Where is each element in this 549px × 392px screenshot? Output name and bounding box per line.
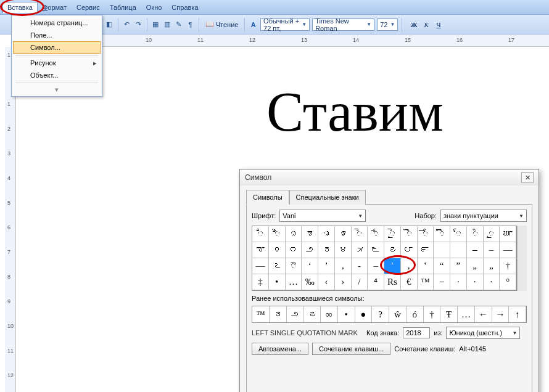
glyph-cell[interactable]: ™ (418, 274, 434, 290)
tab-symbols[interactable]: Символы (246, 190, 289, 205)
glyph-cell[interactable]: • (269, 274, 286, 290)
glyph-cell[interactable]: ° (500, 274, 516, 290)
glyph-cell[interactable]: · (467, 274, 484, 290)
glyph-cell[interactable]: ౄ (335, 226, 352, 242)
glyph-cell[interactable]: ి (252, 226, 269, 242)
glyph-cell[interactable]: ‘ (302, 258, 318, 274)
recent-cell[interactable]: ౨ (287, 306, 304, 322)
glyph-cell[interactable]: Rs (384, 274, 401, 290)
glyph-cell[interactable]: ‍ (450, 242, 467, 258)
recent-cell[interactable]: ŵ (389, 306, 407, 322)
glyph-cell[interactable]: „ (467, 258, 484, 274)
reading-mode-button[interactable]: 📖 Чтение (203, 20, 241, 28)
glyph-cell[interactable]: — (500, 242, 516, 258)
glyph-cell[interactable]: ‛ (418, 258, 434, 274)
dialog-titlebar[interactable]: Символ ✕ (240, 169, 539, 186)
shortcut-button[interactable]: Сочетание клавиш... (312, 343, 390, 355)
glyph-cell[interactable]: „ (484, 258, 500, 274)
glyph-cell[interactable]: ్ (450, 226, 467, 242)
table-icon[interactable]: ▦ (151, 18, 160, 31)
recent-cell[interactable]: ← (475, 306, 492, 322)
glyph-cell[interactable]: ” (450, 258, 467, 274)
glyph-cell[interactable]: ∙ (450, 274, 467, 290)
glyph-cell[interactable]: ‹ (318, 274, 335, 290)
glyph-cell[interactable]: ౫ (352, 242, 368, 258)
dd-picture[interactable]: Рисунок (13, 57, 101, 69)
recent-cell[interactable]: … (458, 306, 475, 322)
redo-icon[interactable]: ↷ (134, 18, 143, 31)
recent-cell[interactable]: ౭ (303, 306, 321, 322)
glyph-cell[interactable]: ౪ (335, 242, 352, 258)
dd-field[interactable]: Поле... (13, 29, 101, 41)
recent-cell[interactable]: ∞ (321, 306, 338, 322)
set-combo[interactable]: знаки пунктуации▼ (440, 210, 527, 222)
glyph-cell[interactable]: ీ (269, 226, 286, 242)
glyph-cell[interactable]: - (352, 258, 368, 274)
glyph-cell[interactable]: † (500, 258, 516, 274)
recent-cell[interactable]: → (492, 306, 510, 322)
recent-cell[interactable]: ౩ (270, 306, 287, 322)
glyph-cell[interactable]: ౩ (318, 242, 335, 258)
glyph-cell[interactable]: ు (286, 226, 302, 242)
glyph-cell[interactable]: ే (368, 226, 384, 242)
glyph-cell[interactable]: ౧ (286, 242, 302, 258)
glyph-cell[interactable]: ృ (318, 226, 335, 242)
glyph-cell[interactable]: ా (286, 258, 302, 274)
glyph-cell[interactable]: ‰ (302, 274, 318, 290)
close-icon[interactable]: ✕ (521, 172, 534, 183)
font-color-icon[interactable]: A (249, 18, 258, 31)
glyph-cell[interactable]: ― (252, 258, 269, 274)
glyph-cell[interactable]: € (401, 274, 418, 290)
glyph-cell[interactable]: ‡ (252, 274, 269, 290)
glyph-cell[interactable]: ‚ (335, 258, 352, 274)
menu-window[interactable]: Окно (141, 2, 167, 13)
size-combo[interactable]: 72▼ (377, 18, 398, 31)
underline-button[interactable]: Ч (433, 19, 444, 30)
recent-cell[interactable]: ? (372, 306, 389, 322)
toolbar-icon[interactable]: ◧ (105, 18, 114, 31)
glyph-cell[interactable]: ౕ (467, 226, 484, 242)
autocorrect-button[interactable]: Автозамена... (252, 343, 308, 355)
glyph-scrollbar[interactable] (517, 226, 527, 291)
glyph-cell[interactable]: / (352, 274, 368, 290)
glyph-cell[interactable]: “ (434, 258, 450, 274)
recent-cell[interactable]: Ŧ (440, 306, 458, 322)
menu-format[interactable]: Формат (38, 2, 72, 13)
dd-object[interactable]: Объект... (13, 69, 101, 81)
from-combo[interactable]: Юникод (шестн.)▼ (446, 327, 520, 339)
glyph-cell[interactable]: – (368, 258, 384, 274)
glyph-cell[interactable]: ౖ (484, 226, 500, 242)
recent-cell[interactable]: † (424, 306, 441, 322)
glyph-cell[interactable]: ౬ (368, 242, 384, 258)
code-input[interactable] (403, 327, 430, 338)
glyph-cell[interactable]: ఽ (269, 258, 286, 274)
dd-symbol[interactable]: Символ... (13, 41, 101, 54)
glyph-cell[interactable]: ో (418, 226, 434, 242)
glyph-cell[interactable]: – (484, 242, 500, 258)
glyph-cell[interactable]: ౯ (418, 242, 434, 258)
columns-icon[interactable]: ▥ (162, 18, 171, 31)
glyph-cell[interactable]: ౡ (252, 242, 269, 258)
glyph-cell[interactable]: … (286, 274, 302, 290)
recent-cell[interactable]: ↑ (509, 306, 526, 322)
glyph-cell[interactable]: ౌ (434, 226, 450, 242)
menu-help[interactable]: Справка (167, 2, 203, 13)
glyph-cell[interactable]: ౭ (384, 242, 401, 258)
font-combo-dialog[interactable]: Vani▼ (279, 210, 366, 222)
glyph-cell[interactable]: · (484, 274, 500, 290)
style-combo[interactable]: Обычный + 72 пт,▼ (260, 18, 310, 31)
glyph-cell[interactable]: ' (384, 258, 401, 274)
glyph-cell[interactable]: − (434, 274, 450, 290)
font-combo[interactable]: Times New Roman▼ (312, 18, 374, 31)
dd-expand-icon[interactable]: ▾ (13, 84, 101, 95)
pilcrow-icon[interactable]: ¶ (186, 18, 195, 31)
glyph-cell[interactable]: ౦ (269, 242, 286, 258)
glyph-cell[interactable]: ౮ (401, 242, 418, 258)
glyph-cell[interactable]: ⁴ (368, 274, 384, 290)
menu-table[interactable]: Таблица (105, 2, 141, 13)
glyph-cell[interactable]: ‌ (434, 242, 450, 258)
recent-cell[interactable]: ó (407, 306, 424, 322)
menu-service[interactable]: Сервис (72, 2, 105, 13)
glyph-cell[interactable]: ై (384, 226, 401, 242)
glyph-cell[interactable]: ూ (302, 226, 318, 242)
